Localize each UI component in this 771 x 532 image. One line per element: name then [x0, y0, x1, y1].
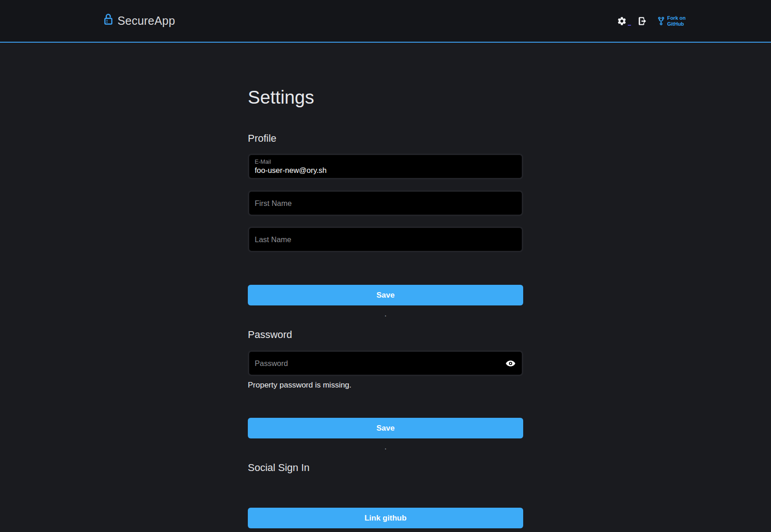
email-field-label: E-Mail [255, 159, 516, 166]
app-title: SecureApp [117, 14, 175, 28]
password-section-heading: Password [248, 328, 523, 341]
first-name-field-frame [248, 190, 523, 216]
logout-icon [637, 16, 648, 26]
fork-link-label: Fork on GitHub [667, 15, 686, 27]
social-section-heading: Social Sign In [248, 461, 523, 474]
page-title: Settings [248, 86, 523, 108]
password-field-frame [248, 350, 523, 376]
password-field[interactable] [249, 352, 522, 375]
first-name-input[interactable] [255, 198, 516, 208]
email-input[interactable] [255, 166, 516, 176]
first-name-field[interactable] [249, 192, 522, 215]
header-actions: Fork on GitHub [617, 15, 686, 27]
fork-icon [658, 17, 665, 26]
link-github-button[interactable]: Link github [248, 508, 523, 528]
last-name-field-frame [248, 227, 523, 252]
gear-icon [617, 16, 627, 26]
main-content: Settings Profile E-Mail Save . Password [248, 86, 523, 528]
save-profile-button[interactable]: Save [248, 285, 523, 305]
settings-gear-button[interactable] [617, 16, 631, 26]
last-name-input[interactable] [255, 234, 516, 244]
email-field-frame: E-Mail [248, 154, 523, 179]
app-header: SecureApp [0, 0, 771, 43]
email-field[interactable]: E-Mail [249, 155, 522, 178]
eye-icon [505, 358, 516, 369]
password-input[interactable] [255, 358, 503, 368]
fork-on-github-link[interactable]: Fork on GitHub [658, 15, 686, 27]
last-name-field[interactable] [249, 228, 522, 251]
password-separator-dot: . [248, 443, 523, 449]
gear-link-underscore [628, 25, 631, 26]
lock-icon [104, 13, 113, 25]
save-password-button[interactable]: Save [248, 418, 523, 438]
app-logo[interactable]: SecureApp [104, 14, 175, 28]
toggle-password-visibility-button[interactable] [503, 355, 518, 371]
profile-separator-dot: . [248, 310, 523, 316]
logout-button[interactable] [637, 16, 648, 26]
password-error-message: Property password is missing. [248, 380, 523, 390]
profile-section-heading: Profile [248, 132, 523, 145]
